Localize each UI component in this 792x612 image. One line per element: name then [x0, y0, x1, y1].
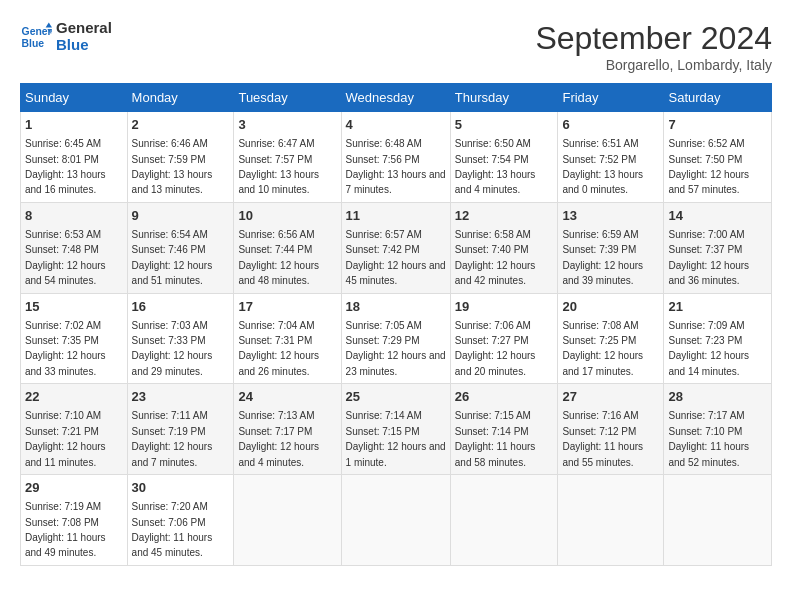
day-number: 14	[668, 207, 767, 225]
header-thursday: Thursday	[450, 84, 558, 112]
calendar-cell: 9 Sunrise: 6:54 AMSunset: 7:46 PMDayligh…	[127, 202, 234, 293]
calendar-cell: 14 Sunrise: 7:00 AMSunset: 7:37 PMDaylig…	[664, 202, 772, 293]
page-header: General Blue General Blue September 2024…	[20, 20, 772, 73]
day-info: Sunrise: 7:05 AMSunset: 7:29 PMDaylight:…	[346, 320, 446, 377]
day-info: Sunrise: 6:58 AMSunset: 7:40 PMDaylight:…	[455, 229, 536, 286]
calendar-cell: 8 Sunrise: 6:53 AMSunset: 7:48 PMDayligh…	[21, 202, 128, 293]
calendar-cell: 6 Sunrise: 6:51 AMSunset: 7:52 PMDayligh…	[558, 112, 664, 203]
header-monday: Monday	[127, 84, 234, 112]
header-saturday: Saturday	[664, 84, 772, 112]
day-info: Sunrise: 6:56 AMSunset: 7:44 PMDaylight:…	[238, 229, 319, 286]
location-subtitle: Borgarello, Lombardy, Italy	[535, 57, 772, 73]
calendar-cell: 25 Sunrise: 7:14 AMSunset: 7:15 PMDaylig…	[341, 384, 450, 475]
header-tuesday: Tuesday	[234, 84, 341, 112]
day-info: Sunrise: 7:10 AMSunset: 7:21 PMDaylight:…	[25, 410, 106, 467]
calendar-cell: 13 Sunrise: 6:59 AMSunset: 7:39 PMDaylig…	[558, 202, 664, 293]
calendar-cell: 29 Sunrise: 7:19 AMSunset: 7:08 PMDaylig…	[21, 475, 128, 566]
calendar-table: SundayMondayTuesdayWednesdayThursdayFrid…	[20, 83, 772, 566]
day-number: 17	[238, 298, 336, 316]
day-number: 24	[238, 388, 336, 406]
calendar-cell	[558, 475, 664, 566]
day-info: Sunrise: 7:15 AMSunset: 7:14 PMDaylight:…	[455, 410, 536, 467]
day-info: Sunrise: 7:03 AMSunset: 7:33 PMDaylight:…	[132, 320, 213, 377]
calendar-cell: 11 Sunrise: 6:57 AMSunset: 7:42 PMDaylig…	[341, 202, 450, 293]
calendar-cell: 22 Sunrise: 7:10 AMSunset: 7:21 PMDaylig…	[21, 384, 128, 475]
svg-text:General: General	[22, 26, 52, 37]
day-info: Sunrise: 7:06 AMSunset: 7:27 PMDaylight:…	[455, 320, 536, 377]
calendar-cell: 2 Sunrise: 6:46 AMSunset: 7:59 PMDayligh…	[127, 112, 234, 203]
day-info: Sunrise: 6:46 AMSunset: 7:59 PMDaylight:…	[132, 138, 213, 195]
logo-line1: General	[56, 20, 112, 37]
day-number: 6	[562, 116, 659, 134]
calendar-cell	[234, 475, 341, 566]
svg-marker-2	[46, 22, 52, 27]
day-number: 2	[132, 116, 230, 134]
svg-text:Blue: Blue	[22, 37, 45, 48]
calendar-cell: 19 Sunrise: 7:06 AMSunset: 7:27 PMDaylig…	[450, 293, 558, 384]
calendar-week-2: 8 Sunrise: 6:53 AMSunset: 7:48 PMDayligh…	[21, 202, 772, 293]
day-info: Sunrise: 6:52 AMSunset: 7:50 PMDaylight:…	[668, 138, 749, 195]
day-number: 1	[25, 116, 123, 134]
day-number: 18	[346, 298, 446, 316]
day-number: 4	[346, 116, 446, 134]
calendar-cell: 10 Sunrise: 6:56 AMSunset: 7:44 PMDaylig…	[234, 202, 341, 293]
day-info: Sunrise: 6:51 AMSunset: 7:52 PMDaylight:…	[562, 138, 643, 195]
day-info: Sunrise: 7:17 AMSunset: 7:10 PMDaylight:…	[668, 410, 749, 467]
day-number: 25	[346, 388, 446, 406]
day-number: 15	[25, 298, 123, 316]
day-number: 19	[455, 298, 554, 316]
day-info: Sunrise: 6:47 AMSunset: 7:57 PMDaylight:…	[238, 138, 319, 195]
day-info: Sunrise: 6:50 AMSunset: 7:54 PMDaylight:…	[455, 138, 536, 195]
day-info: Sunrise: 7:09 AMSunset: 7:23 PMDaylight:…	[668, 320, 749, 377]
day-info: Sunrise: 6:48 AMSunset: 7:56 PMDaylight:…	[346, 138, 446, 195]
logo-icon: General Blue	[20, 21, 52, 53]
calendar-week-1: 1 Sunrise: 6:45 AMSunset: 8:01 PMDayligh…	[21, 112, 772, 203]
logo: General Blue General Blue	[20, 20, 112, 53]
calendar-cell: 23 Sunrise: 7:11 AMSunset: 7:19 PMDaylig…	[127, 384, 234, 475]
calendar-cell: 24 Sunrise: 7:13 AMSunset: 7:17 PMDaylig…	[234, 384, 341, 475]
calendar-cell: 4 Sunrise: 6:48 AMSunset: 7:56 PMDayligh…	[341, 112, 450, 203]
calendar-cell: 27 Sunrise: 7:16 AMSunset: 7:12 PMDaylig…	[558, 384, 664, 475]
day-info: Sunrise: 7:02 AMSunset: 7:35 PMDaylight:…	[25, 320, 106, 377]
calendar-cell: 1 Sunrise: 6:45 AMSunset: 8:01 PMDayligh…	[21, 112, 128, 203]
calendar-cell: 17 Sunrise: 7:04 AMSunset: 7:31 PMDaylig…	[234, 293, 341, 384]
day-info: Sunrise: 7:20 AMSunset: 7:06 PMDaylight:…	[132, 501, 213, 558]
header-wednesday: Wednesday	[341, 84, 450, 112]
day-number: 26	[455, 388, 554, 406]
day-number: 30	[132, 479, 230, 497]
calendar-cell: 3 Sunrise: 6:47 AMSunset: 7:57 PMDayligh…	[234, 112, 341, 203]
calendar-cell: 12 Sunrise: 6:58 AMSunset: 7:40 PMDaylig…	[450, 202, 558, 293]
calendar-cell	[341, 475, 450, 566]
calendar-week-3: 15 Sunrise: 7:02 AMSunset: 7:35 PMDaylig…	[21, 293, 772, 384]
day-number: 29	[25, 479, 123, 497]
day-number: 8	[25, 207, 123, 225]
day-info: Sunrise: 6:53 AMSunset: 7:48 PMDaylight:…	[25, 229, 106, 286]
calendar-cell: 28 Sunrise: 7:17 AMSunset: 7:10 PMDaylig…	[664, 384, 772, 475]
day-info: Sunrise: 7:16 AMSunset: 7:12 PMDaylight:…	[562, 410, 643, 467]
day-number: 11	[346, 207, 446, 225]
day-info: Sunrise: 6:45 AMSunset: 8:01 PMDaylight:…	[25, 138, 106, 195]
day-info: Sunrise: 6:59 AMSunset: 7:39 PMDaylight:…	[562, 229, 643, 286]
day-number: 27	[562, 388, 659, 406]
day-number: 20	[562, 298, 659, 316]
day-info: Sunrise: 7:04 AMSunset: 7:31 PMDaylight:…	[238, 320, 319, 377]
day-info: Sunrise: 7:14 AMSunset: 7:15 PMDaylight:…	[346, 410, 446, 467]
day-info: Sunrise: 7:11 AMSunset: 7:19 PMDaylight:…	[132, 410, 213, 467]
day-number: 16	[132, 298, 230, 316]
day-number: 10	[238, 207, 336, 225]
logo-line2: Blue	[56, 37, 112, 54]
day-number: 21	[668, 298, 767, 316]
calendar-cell: 5 Sunrise: 6:50 AMSunset: 7:54 PMDayligh…	[450, 112, 558, 203]
calendar-header-row: SundayMondayTuesdayWednesdayThursdayFrid…	[21, 84, 772, 112]
calendar-cell: 26 Sunrise: 7:15 AMSunset: 7:14 PMDaylig…	[450, 384, 558, 475]
calendar-cell: 16 Sunrise: 7:03 AMSunset: 7:33 PMDaylig…	[127, 293, 234, 384]
day-number: 7	[668, 116, 767, 134]
day-info: Sunrise: 7:19 AMSunset: 7:08 PMDaylight:…	[25, 501, 106, 558]
day-info: Sunrise: 6:54 AMSunset: 7:46 PMDaylight:…	[132, 229, 213, 286]
day-info: Sunrise: 6:57 AMSunset: 7:42 PMDaylight:…	[346, 229, 446, 286]
day-info: Sunrise: 7:13 AMSunset: 7:17 PMDaylight:…	[238, 410, 319, 467]
day-info: Sunrise: 7:08 AMSunset: 7:25 PMDaylight:…	[562, 320, 643, 377]
calendar-cell: 20 Sunrise: 7:08 AMSunset: 7:25 PMDaylig…	[558, 293, 664, 384]
title-block: September 2024 Borgarello, Lombardy, Ita…	[535, 20, 772, 73]
calendar-cell: 7 Sunrise: 6:52 AMSunset: 7:50 PMDayligh…	[664, 112, 772, 203]
